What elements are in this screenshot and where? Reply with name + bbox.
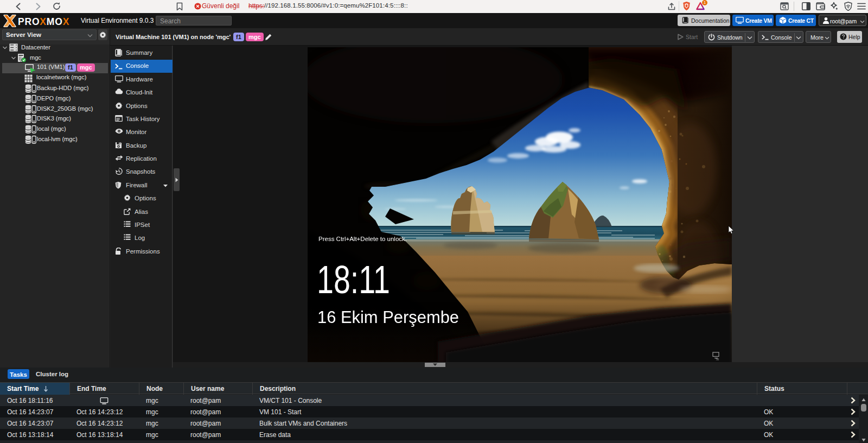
svg-text:TR: TR: [716, 358, 719, 361]
svg-text:Press Ctrl+Alt+Delete to unloc: Press Ctrl+Alt+Delete to unlock.: [318, 236, 407, 242]
svg-text:16 Ekim Perşembe: 16 Ekim Perşembe: [317, 308, 459, 327]
svg-text:18:11: 18:11: [317, 257, 390, 301]
